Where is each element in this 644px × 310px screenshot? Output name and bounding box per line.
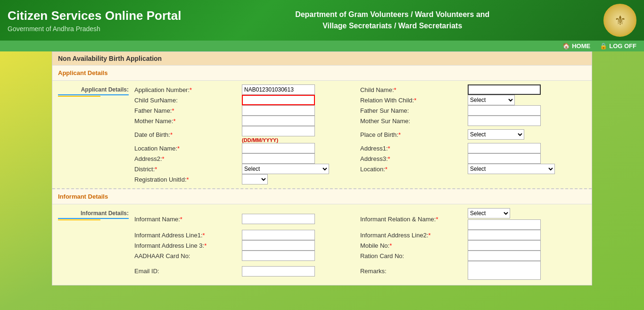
place-of-birth-cell: Select Hospital Home Other: [468, 126, 586, 143]
home-link[interactable]: 🏠 HOME: [562, 42, 590, 50]
table-row: Informant Address Line 3:* Mobile No:*: [134, 240, 586, 251]
location-select[interactable]: Select: [468, 164, 555, 174]
child-surname-input[interactable]: [242, 95, 315, 105]
informant-addr3-input[interactable]: [242, 240, 315, 251]
table-row: Application Number:* Child Name:*: [134, 84, 586, 95]
dept-name: Department of Gram Volunteers / Ward Vol…: [295, 9, 489, 32]
father-name-input[interactable]: [242, 105, 315, 116]
table-row: District:* Select Location:*: [134, 164, 586, 174]
remarks-cell: [468, 261, 586, 281]
label-underline-yellow: [58, 96, 100, 97]
mother-surname-label: Mother Sur Name:: [360, 116, 468, 126]
location-select-cell: Select: [468, 164, 586, 174]
father-surname-input[interactable]: [468, 105, 541, 116]
logoff-label: LOG OFF: [609, 42, 636, 50]
reg-unit-label: Registration UnitId:*: [134, 174, 242, 184]
informant-form-table: Informant Details: Informant Name:*: [52, 204, 592, 285]
informant-fields: Informant Name:* Informant Relation & Na…: [130, 205, 591, 284]
application-number-input[interactable]: [242, 84, 315, 95]
reg-unit-select[interactable]: [242, 174, 268, 184]
mother-name-input[interactable]: [242, 116, 315, 126]
inf-addr1-cell: [242, 230, 360, 240]
informant-label-underline-blue: [58, 218, 129, 219]
dob-input[interactable]: [242, 126, 315, 136]
home-icon: 🏠: [562, 42, 570, 50]
informant-label-underline-yellow: [58, 219, 100, 220]
address1-input[interactable]: [468, 143, 541, 153]
applicant-heading: Applicant Details: [58, 69, 107, 76]
table-row: Email ID: Remarks:: [134, 261, 586, 281]
ration-card-label: Ration Card No:: [360, 251, 468, 261]
ration-card-cell: [468, 251, 586, 261]
location-label: Location:*: [360, 164, 468, 174]
mother-name-cell: [242, 116, 360, 126]
applicant-details-label-container: Applicant Details:: [58, 86, 129, 97]
applicant-section-header: Applicant Details: [52, 66, 592, 81]
ration-card-input[interactable]: [468, 251, 541, 261]
email-cell: [242, 261, 360, 281]
informant-inner-table: Informant Name:* Informant Relation & Na…: [134, 208, 586, 281]
navigation-bar: 🏠 HOME 🔒 LOG OFF: [0, 41, 644, 51]
portal-title: Citizen Services Online Portal: [8, 8, 181, 23]
informant-relation-cell: Select: [468, 208, 586, 230]
table-row: Location Name:* Address1:*: [134, 143, 586, 153]
applicant-fields: Application Number:* Child Name:*: [130, 82, 591, 187]
remarks-textarea[interactable]: [468, 261, 541, 280]
table-row: Informant Name:* Informant Relation & Na…: [134, 208, 586, 230]
informant-heading: Informant Details: [58, 193, 108, 200]
table-row: Registration UnitId:*: [134, 174, 586, 184]
address1-label: Address1:*: [360, 143, 468, 153]
mobile-input[interactable]: [468, 240, 541, 251]
table-row: Address2:* Address3:*: [134, 153, 586, 164]
dob-label: Date of Birth:*: [134, 126, 242, 143]
page-title: Non Availability Birth Application: [58, 55, 162, 62]
app-number-label: Application Number:*: [134, 84, 242, 95]
informant-name-input[interactable]: [242, 214, 315, 224]
informant-addr2-input[interactable]: [468, 230, 541, 240]
relation-with-child-select[interactable]: Select Father Mother Guardian: [468, 95, 515, 105]
informant-relation-select[interactable]: Select: [468, 208, 510, 218]
inf-addr1-label: Informant Address Line1:*: [134, 230, 242, 240]
mother-name-label: Mother Name:*: [134, 116, 242, 126]
informant-details-label-container: Informant Details:: [58, 210, 129, 220]
mother-surname-input[interactable]: [468, 116, 541, 126]
place-of-birth-select[interactable]: Select Hospital Home Other: [468, 129, 524, 140]
informant-section-header: Informant Details: [52, 189, 592, 204]
location-name-input[interactable]: [242, 143, 315, 153]
informant-section: Informant Details Informant Details:: [52, 188, 592, 285]
aadhaar-cell: [242, 251, 360, 261]
relation-child-label: Relation With Child:*: [360, 95, 468, 105]
district-select[interactable]: Select: [242, 164, 329, 174]
home-label: HOME: [572, 42, 590, 50]
header-left: Citizen Services Online Portal Governmen…: [8, 8, 181, 33]
address3-input[interactable]: [468, 153, 541, 164]
inf-addr3-cell: [242, 240, 360, 251]
table-row: AADHAAR Card No: Ration Card No:: [134, 251, 586, 261]
district-cell: Select: [242, 164, 360, 174]
emblem-icon: ⚜: [614, 13, 626, 28]
informant-name-cell: [242, 208, 360, 230]
table-row: Mother Name:* Mother Sur Name:: [134, 116, 586, 126]
mobile-cell: [468, 240, 586, 251]
aadhaar-input[interactable]: [242, 251, 315, 261]
address2-input[interactable]: [242, 153, 315, 164]
govt-subtitle: Government of Andhra Pradesh: [8, 25, 181, 33]
location-name-cell: [242, 143, 360, 153]
informant-relation-name-input[interactable]: [468, 219, 541, 230]
logoff-link[interactable]: 🔒 LOG OFF: [600, 42, 636, 50]
father-name-cell: [242, 105, 360, 116]
applicant-form-table: Applicant Details: Application Number:*: [52, 81, 592, 188]
address1-cell: [468, 143, 586, 153]
dob-hint: (DD/MM/YYYY): [242, 137, 360, 143]
table-row: Father Name:* Father Sur Name:: [134, 105, 586, 116]
email-input[interactable]: [242, 266, 315, 276]
child-name-input[interactable]: [468, 84, 541, 95]
inf-addr2-cell: [468, 230, 586, 240]
app-number-cell: [242, 84, 360, 95]
mobile-label: Mobile No:*: [360, 240, 468, 251]
table-row: Date of Birth:* (DD/MM/YYYY) Place of Bi…: [134, 126, 586, 143]
relation-child-cell: Select Father Mother Guardian: [468, 95, 586, 105]
place-of-birth-label: Place of Birth:*: [360, 126, 468, 143]
father-name-label: Father Name:*: [134, 105, 242, 116]
informant-addr1-input[interactable]: [242, 230, 315, 240]
